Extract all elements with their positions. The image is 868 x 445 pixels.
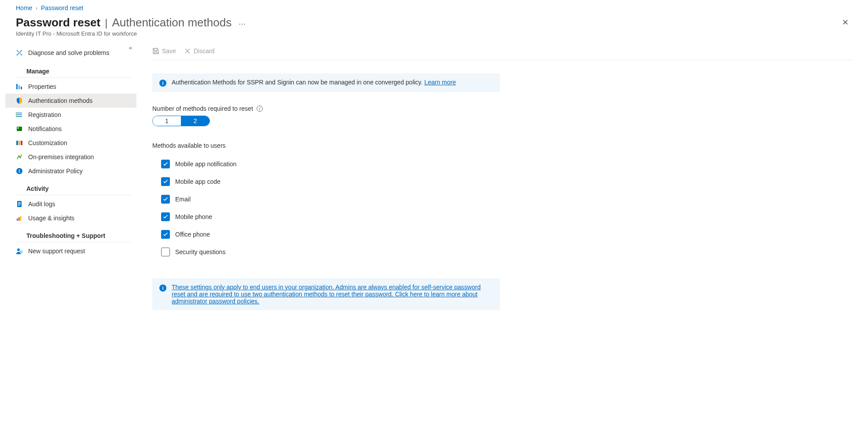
- method-row-email: Email: [152, 190, 852, 208]
- method-row-security-questions: Security questions: [152, 243, 852, 261]
- customization-icon: [16, 139, 23, 146]
- discard-icon: [184, 47, 191, 55]
- info-icon: i: [159, 80, 166, 87]
- wrench-icon: [16, 49, 23, 56]
- sidebar-item-label: Notifications: [28, 125, 62, 132]
- method-row-mobile-app-code: Mobile app code: [152, 173, 852, 190]
- svg-rect-15: [18, 204, 21, 204]
- svg-rect-19: [20, 216, 22, 221]
- discard-button[interactable]: Discard: [184, 47, 214, 55]
- svg-rect-1: [18, 85, 20, 89]
- sidebar-item-authentication-methods[interactable]: Authentication methods: [5, 94, 136, 108]
- sidebar-item-usage-insights[interactable]: Usage & insights: [5, 211, 136, 225]
- method-checkbox[interactable]: [161, 248, 170, 256]
- svg-rect-10: [21, 141, 22, 145]
- sidebar-item-label: Administrator Policy: [28, 168, 83, 175]
- svg-point-5: [16, 116, 17, 117]
- method-checkbox[interactable]: [161, 177, 170, 186]
- page-title: Password reset: [16, 16, 100, 29]
- sidebar-item-on-premises-integration[interactable]: On-premises integration: [5, 150, 136, 164]
- sidebar-item-label: Customization: [28, 139, 67, 146]
- onprem-icon: [16, 153, 23, 160]
- methods-required-option-1[interactable]: 1: [153, 116, 181, 126]
- method-label: Email: [175, 196, 191, 203]
- svg-rect-7: [17, 128, 19, 128]
- svg-rect-14: [18, 202, 21, 203]
- sidebar-item-label: Properties: [28, 83, 56, 90]
- close-icon[interactable]: ✕: [839, 16, 852, 29]
- method-checkbox[interactable]: [161, 212, 170, 221]
- method-label: Mobile app code: [175, 178, 221, 185]
- svg-rect-2: [21, 87, 22, 89]
- method-label: Mobile phone: [175, 213, 212, 220]
- method-checkbox[interactable]: [161, 160, 170, 168]
- method-row-office-phone: Office phone: [152, 226, 852, 243]
- method-checkbox[interactable]: [161, 195, 170, 204]
- info-banner-converged: i Authentication Methods for SSPR and Si…: [152, 73, 500, 92]
- sidebar-item-audit-logs[interactable]: Audit logs: [5, 197, 136, 211]
- sidebar-item-diagnose[interactable]: Diagnose and solve problems: [5, 46, 136, 60]
- page-subtitle: Authentication methods: [112, 16, 232, 29]
- method-label: Mobile app notification: [175, 160, 236, 168]
- sidebar-item-administrator-policy[interactable]: iAdministrator Policy: [5, 164, 136, 178]
- sidebar-item-new-support-request[interactable]: New support request: [5, 244, 136, 258]
- collapse-sidebar-icon[interactable]: «: [129, 45, 132, 51]
- sidebar-item-label: Authentication methods: [28, 97, 92, 104]
- breadcrumb: Home › Password reset: [0, 0, 868, 13]
- sidebar-section-troubleshooting: Troubleshooting + Support: [16, 225, 131, 242]
- svg-rect-6: [17, 127, 22, 131]
- discard-label: Discard: [194, 47, 214, 55]
- svg-point-4: [16, 114, 17, 115]
- method-label: Security questions: [175, 248, 225, 255]
- sidebar-item-notifications[interactable]: Notifications: [5, 122, 136, 136]
- info-banner-admin: i These settings only apply to end users…: [152, 278, 500, 310]
- breadcrumb-current[interactable]: Password reset: [41, 4, 83, 11]
- info-banner-text: Authentication Methods for SSPR and Sign…: [172, 79, 423, 86]
- save-label: Save: [162, 47, 176, 55]
- more-actions-icon[interactable]: ⋯: [236, 20, 249, 28]
- tenant-label: Identity IT Pro - Microsoft Entra ID for…: [0, 29, 868, 42]
- learn-more-link[interactable]: Learn more: [424, 79, 456, 86]
- breadcrumb-home[interactable]: Home: [16, 4, 32, 11]
- usage-icon: [16, 215, 23, 222]
- methods-required-option-2[interactable]: 2: [181, 116, 210, 126]
- svg-rect-18: [18, 217, 20, 221]
- sidebar-item-label: Registration: [28, 111, 61, 118]
- sidebar-item-properties[interactable]: Properties: [5, 80, 136, 94]
- method-checkbox[interactable]: [161, 230, 170, 239]
- svg-rect-0: [16, 84, 18, 89]
- notifications-icon: [16, 125, 23, 132]
- chevron-right-icon: ›: [36, 5, 37, 11]
- sidebar-item-label: On-premises integration: [28, 153, 94, 160]
- sidebar-item-label: Audit logs: [28, 201, 55, 208]
- support-icon: [16, 248, 23, 255]
- admin-policy-note-link[interactable]: These settings only apply to end users i…: [172, 284, 481, 305]
- save-button[interactable]: Save: [152, 47, 176, 55]
- svg-point-3: [16, 113, 17, 113]
- svg-rect-9: [18, 141, 20, 145]
- svg-rect-16: [18, 205, 20, 206]
- sidebar-item-registration[interactable]: Registration: [5, 108, 136, 122]
- title-separator: |: [105, 17, 107, 29]
- toolbar: Save Discard: [152, 42, 852, 60]
- registration-icon: [16, 111, 23, 118]
- sidebar-item-customization[interactable]: Customization: [5, 136, 136, 150]
- sidebar-item-label: Diagnose and solve problems: [28, 49, 109, 56]
- info-icon: i: [159, 285, 166, 292]
- method-row-mobile-app-notification: Mobile app notification: [152, 155, 852, 173]
- sidebar-item-label: New support request: [28, 248, 85, 255]
- sidebar-section-activity: Activity: [16, 178, 131, 195]
- methods-required-label: Number of methods required to reset: [152, 105, 253, 112]
- method-label: Office phone: [175, 231, 210, 238]
- sidebar: « Diagnose and solve problems Manage Pro…: [0, 42, 136, 321]
- help-icon[interactable]: i: [257, 106, 263, 112]
- sidebar-item-label: Usage & insights: [28, 215, 74, 222]
- svg-text:i: i: [19, 169, 20, 174]
- audit-icon: [16, 201, 23, 208]
- auth-icon: [16, 97, 23, 104]
- main-content: Save Discard i Authentication Methods fo…: [136, 42, 868, 321]
- sidebar-section-manage: Manage: [16, 63, 131, 78]
- svg-rect-8: [16, 141, 18, 145]
- admin-icon: i: [16, 168, 23, 175]
- properties-icon: [16, 83, 23, 90]
